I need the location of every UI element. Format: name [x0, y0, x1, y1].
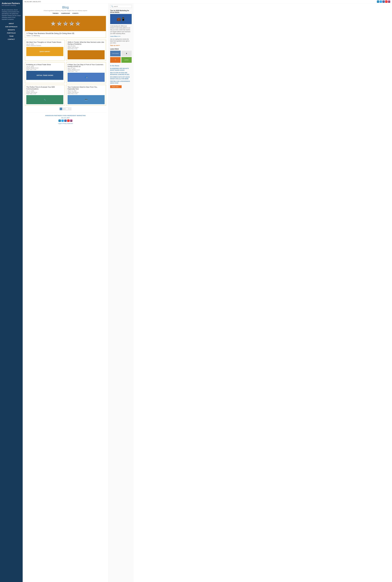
footer-linkedin-icon[interactable]: in — [58, 120, 61, 122]
post-card-3[interactable]: Exhibiting at a Virtual Trade Show July … — [25, 62, 65, 83]
news-item-2[interactable]: RED TO STIR UP FOOD AND BEVERAGE LAUNCHE… — [110, 72, 132, 76]
lw-image-1[interactable]: PLANT-BASED — [110, 51, 120, 56]
footer-brand: ANDERSON PARTNERS FOOD INGREDIENT MARKET… — [27, 115, 104, 116]
right-sidebar: 🔍 Tips for B2B Marketing for Social Medi… — [108, 4, 134, 582]
post-img-label-1: QUICK SURVEY — [39, 50, 50, 53]
twitter-icon[interactable]: t — [380, 1, 382, 3]
featured-post-body: 5 Things Your Business Should Be Doing (… — [25, 31, 106, 38]
blog-tabs: TRENDS CAMPAIGNS EVENTS — [25, 13, 106, 14]
brand-name: Anderson Partners — [2, 2, 20, 5]
post-card-4[interactable]: 8 Ways You Can Stay in Front of Your Cus… — [66, 62, 106, 83]
post-author-4: Author: Maddie Keast — [68, 69, 104, 71]
read-more-button[interactable]: Read more ... — [110, 85, 122, 88]
footer-youtube-icon[interactable]: ▶ — [67, 120, 70, 122]
footer-social-icons: in t f ▶ 📷 — [27, 120, 104, 122]
sidebar-nav: ABOUT OUR APPROACH INSIGHTS PORTFOLIO TE… — [2, 23, 21, 42]
post-image-2 — [68, 50, 104, 59]
b2b-text: Understanding the differences between so… — [110, 25, 132, 35]
news-item-4[interactable]: PRETZELS SEE A RESURGENCE SINCE COVID — [110, 81, 132, 84]
post-date-4: April 14, 2020 — [68, 68, 104, 69]
footer-legal[interactable]: Legal & Privacy Statement — [27, 123, 104, 124]
post-author-5: Author: Deb Murray — [26, 92, 63, 93]
post-author-3: Author: Maddie Keast — [26, 67, 63, 69]
phone-number: 402.341.4807 | 800.551.9737 — [24, 1, 41, 3]
post-readtime-3: Read Time: 4 min — [26, 69, 63, 70]
b2b-social-section: Tips for B2B Marketing for Social Media … — [110, 10, 132, 46]
lw-image-3[interactable]: 🍕 — [110, 57, 120, 63]
blog-area: Blog A food ingredient marketing blog wi… — [23, 4, 108, 582]
learn-more-link[interactable]: Learn More >>> — [110, 36, 120, 37]
featured-post[interactable]: ★ ★ T ★ O ★ P — [25, 16, 106, 38]
post-readtime-6: Read Time: 5 min — [68, 93, 104, 94]
tab-campaigns[interactable]: CAMPAIGNS — [61, 13, 70, 14]
post-card-1[interactable]: We Want Your Thoughts on Virtual Trade S… — [25, 40, 65, 61]
post-image-1: QUICK SURVEY — [26, 47, 63, 56]
content-row: Blog A food ingredient marketing blog wi… — [23, 4, 392, 582]
mailing-label: Join our mailing list to receive the lat… — [110, 38, 132, 44]
sidebar-item-insights[interactable]: INSIGHTS — [2, 29, 21, 31]
post-img-label-3: VIRTUAL TRADE SHOWS — [36, 74, 54, 77]
sidebar-item-about[interactable]: ABOUT — [2, 23, 21, 25]
post-img-label-5: 🔧 — [44, 98, 46, 101]
featured-post-title: 5 Things Your Business Should Be Doing (… — [26, 32, 104, 34]
footer-instagram-icon[interactable]: 📷 — [70, 120, 72, 122]
sign-up-link[interactable]: Sign up now>> — [110, 45, 132, 46]
featured-post-author: Author: Liz Malmberg — [26, 35, 104, 37]
post-img-label-2 — [86, 54, 86, 55]
sidebar-item-team[interactable]: TEAM — [2, 35, 21, 37]
latest-work-section: Latest Work PLANT-BASED 📱 🍕 QUINOA — [110, 48, 132, 63]
tab-events[interactable]: EVENTS — [72, 13, 78, 14]
post-card-5[interactable]: The Perfect Time to Evaluate Your B2B Co… — [25, 85, 65, 106]
sidebar-item-portfolio[interactable]: PORTFOLIO — [2, 32, 21, 34]
page-btn-2[interactable]: 2 — [63, 108, 65, 110]
post-date-1: July 16, 2020 — [26, 44, 63, 45]
post-card-2[interactable]: Shifts in Trends: What the New Normal Lo… — [66, 40, 106, 61]
search-icon: 🔍 — [111, 6, 113, 7]
footer-twitter-icon[interactable]: t — [62, 120, 64, 122]
youtube-icon[interactable]: ▶ — [385, 1, 388, 3]
brand-logo: Anderson Partners food ingredient market… — [2, 2, 21, 7]
footer-facebook-icon[interactable]: f — [64, 120, 66, 122]
blog-title: Blog — [25, 6, 106, 9]
post-title-1: We Want Your Thoughts on Virtual Trade S… — [26, 41, 63, 43]
post-card-6[interactable]: Your Customers Need to Hear From You, Es… — [66, 85, 106, 106]
sidebar-item-our-approach[interactable]: OUR APPROACH — [2, 26, 21, 28]
linkedin-icon[interactable]: in — [377, 1, 379, 3]
search-input[interactable] — [114, 6, 130, 7]
latest-work-title: Latest Work — [110, 48, 132, 50]
facebook-icon[interactable]: f — [382, 1, 385, 3]
posts-grid: We Want Your Thoughts on Virtual Trade S… — [25, 40, 106, 106]
blog-subtitle: A food ingredient marketing blog with in… — [25, 10, 106, 11]
top-bar: 402.341.4807 | 800.551.9737 in t f ▶ 📷 — [23, 0, 392, 4]
sidebar-description: We are a full-service, B-to-B marketing … — [2, 9, 21, 20]
post-title-2: Shifts in Trends: What the New Normal Lo… — [68, 41, 104, 45]
tab-trends[interactable]: TRENDS — [52, 13, 58, 14]
lw-image-4[interactable]: QUINOA — [121, 57, 132, 63]
post-image-4: 👤💻 — [68, 73, 104, 82]
post-image-6: 🖥️🖥️ — [68, 95, 104, 104]
social-icons-top: in t f ▶ 📷 — [377, 1, 390, 3]
post-image-3: VIRTUAL TRADE SHOWS — [26, 71, 63, 80]
left-sidebar: Anderson Partners food ingredient market… — [0, 0, 23, 582]
in-news-section: In the News BLUEBERRIES AND WALNUTS BOOS… — [110, 65, 132, 88]
lw-image-2[interactable]: 📱 — [121, 51, 132, 56]
page-btn-1[interactable]: 1 — [60, 108, 62, 110]
post-author-1: Author: Anderson Partners — [26, 45, 63, 46]
post-readtime-5: Read Time: 4 min — [26, 93, 63, 94]
post-date-2: April 28, 2020 — [68, 45, 104, 47]
stars-visual: ★ ★ T ★ O ★ P — [50, 20, 81, 27]
latest-work-grid: PLANT-BASED 📱 🍕 QUINOA — [110, 51, 132, 63]
news-item-3[interactable]: MCCORMICK BUYS HOT SAUCE MAKER CHOLULA F… — [110, 76, 132, 80]
instagram-icon[interactable]: 📷 — [388, 1, 390, 3]
post-image-5: 🔧 — [26, 95, 63, 104]
post-img-label-4: 👤💻 — [84, 76, 88, 78]
post-author-2: Author: Dan Downs — [68, 47, 104, 48]
page-btn-next[interactable]: » — [69, 108, 71, 110]
page-btn-dot[interactable]: · — [66, 108, 68, 110]
post-author-6: Author: Deb Murray — [68, 92, 104, 93]
sidebar-item-contact[interactable]: CONTACT — [2, 38, 21, 40]
post-title-3: Exhibiting at a Virtual Trade Show — [26, 64, 63, 66]
news-item-1[interactable]: BLUEBERRIES AND WALNUTS BOOST BAKED GOOD… — [110, 68, 132, 71]
footer-phone: 402.341.4807 — [27, 117, 104, 119]
b2b-image: 💼📱 — [110, 14, 132, 24]
